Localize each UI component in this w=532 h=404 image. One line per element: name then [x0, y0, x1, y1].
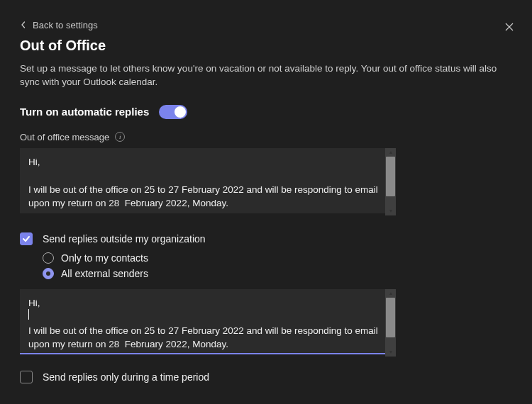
time-period-checkbox[interactable]	[20, 371, 33, 383]
ooo-message-textarea[interactable]	[20, 148, 396, 213]
ooo-message-label: Out of office message	[20, 132, 109, 142]
scroll-down-icon[interactable]: ▾	[385, 207, 396, 215]
send-outside-label: Send replies outside my organization	[43, 233, 206, 245]
scrollbar[interactable]: ▴ ▾	[385, 148, 396, 215]
scroll-thumb[interactable]	[386, 157, 395, 196]
scrollbar[interactable]: ▴ ▾	[385, 289, 396, 357]
scroll-up-icon[interactable]: ▴	[385, 148, 396, 157]
radio-only-contacts[interactable]: Only to my contacts	[43, 252, 512, 264]
toggle-knob	[174, 106, 186, 118]
radio-label: Only to my contacts	[61, 252, 148, 264]
back-label: Back to settings	[33, 20, 98, 30]
back-to-settings-link[interactable]: Back to settings	[20, 20, 98, 30]
scroll-up-icon[interactable]: ▴	[385, 289, 396, 298]
radio-label: All external senders	[61, 268, 148, 279]
scroll-down-icon[interactable]: ▾	[385, 348, 396, 357]
time-period-label: Send replies only during a time period	[43, 371, 209, 383]
info-icon[interactable]: i	[115, 132, 125, 142]
chevron-left-icon	[20, 20, 27, 30]
scroll-thumb[interactable]	[386, 298, 395, 337]
radio-all-external[interactable]: All external senders	[43, 268, 512, 279]
page-title: Out of Office	[20, 38, 512, 54]
auto-replies-label: Turn on automatic replies	[20, 106, 149, 118]
radio-icon	[43, 268, 54, 279]
radio-icon	[43, 252, 54, 264]
external-message-textarea[interactable]	[20, 289, 396, 354]
auto-replies-toggle[interactable]	[159, 105, 187, 119]
close-button[interactable]	[502, 20, 516, 34]
text-cursor	[28, 309, 29, 320]
page-description: Set up a message to let others know you'…	[20, 62, 509, 89]
send-outside-checkbox[interactable]	[20, 232, 33, 245]
